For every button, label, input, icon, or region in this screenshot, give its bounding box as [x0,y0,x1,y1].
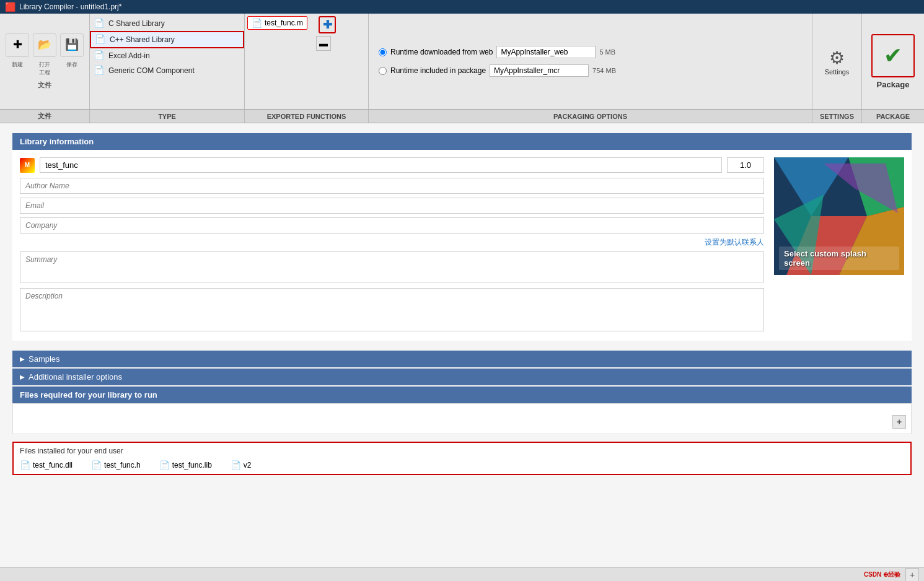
col-header-package: PACKAGE [862,110,924,123]
open-button[interactable]: 📂 [33,33,56,57]
bottom-add-icon: + [910,570,915,580]
column-headers: 文件 TYPE EXPORTED FUNCTIONS PACKAGING OPT… [0,110,924,123]
splash-panel: Select custom splash screen [774,157,904,333]
settings-panel: ⚙ Settings [812,14,862,109]
dll-file-name: test_func.dll [33,461,73,470]
settings-gear-icon: ⚙ [829,48,845,68]
cpp-shared-label: C++ Shared Library [110,35,175,44]
installer-web-name[interactable]: MyAppInstaller_web [496,46,596,58]
window-title: Library Compiler - untitled1.prj* [19,2,121,11]
type-item-cpp-shared[interactable]: 📄 C++ Shared Library [90,31,244,48]
package-button[interactable]: ✔ [871,34,915,77]
remove-function-icon: ▬ [319,38,328,48]
installed-file-dll: 📄 test_func.dll [20,460,73,470]
new-label: 新建 [6,61,29,77]
installer-package-size: 754 MB [592,67,616,74]
generic-com-label: Generic COM Component [108,66,195,75]
runtime-package-radio[interactable] [379,67,387,75]
file-section-label: 文件 [38,81,51,90]
runtime-package-option[interactable]: Runtime included in package MyAppInstall… [379,64,802,77]
settings-button-label: Settings [825,68,850,76]
samples-arrow: ▶ [20,356,25,362]
col-header-settings: SETTINGS [812,110,862,123]
file-labels: 新建 打开工程 保存 [6,61,84,77]
library-name-input[interactable] [40,157,722,173]
dll-file-icon: 📄 [20,460,30,470]
add-function-button[interactable]: ✚ [319,16,336,33]
runtime-package-label: Runtime included in package [390,66,486,75]
samples-header[interactable]: ▶ Samples [12,351,912,367]
exported-file-icon: 📄 [252,18,262,28]
installed-file-h: 📄 test_func.h [91,460,141,470]
additional-installer-section: ▶ Additional installer options [12,369,912,385]
files-installed-section: Files installed for your end user 📄 test… [12,442,912,475]
runtime-web-option[interactable]: Runtime downloaded from web MyAppInstall… [379,46,802,58]
splash-screen[interactable]: Select custom splash screen [774,157,904,275]
files-required-section: Files required for your library to run + [12,387,912,434]
type-item-excel[interactable]: 📄 Excel Add-in [90,48,244,63]
splash-label[interactable]: Select custom splash screen [779,247,899,270]
type-item-c-shared[interactable]: 📄 C Shared Library [90,16,244,31]
library-info-header: Library information [12,133,912,150]
files-required-content: + [12,403,912,434]
exported-file-tag[interactable]: 📄 test_func.m [247,16,307,30]
col-header-file: 文件 [0,110,90,123]
open-icon: 📂 [38,38,51,51]
company-input[interactable] [20,217,764,234]
add-required-file-button[interactable]: + [892,415,906,429]
installed-file-v2: 📄 v2 [231,460,252,470]
open-label: 打开工程 [33,61,56,77]
col-header-packaging: PACKAGING OPTIONS [369,110,812,123]
author-name-input[interactable] [20,178,764,194]
toolbar: ✚ 📂 💾 新建 打开工程 保存 文件 📄 C Shared Library 📄 [0,14,924,110]
library-version-input[interactable] [727,157,764,173]
cpp-shared-icon: 📄 [95,34,106,45]
bottom-add-button[interactable]: + [905,568,919,582]
exported-panel: 📄 test_func.m ✚ ▬ [245,14,369,109]
additional-installer-title: Additional installer options [29,372,122,382]
package-panel: ✔ Package [862,14,924,109]
col-header-exported: EXPORTED FUNCTIONS [245,110,369,123]
generic-com-icon: 📄 [94,65,105,76]
settings-button[interactable]: ⚙ Settings [822,46,853,77]
files-required-title: Files required for your library to run [20,390,157,400]
library-info-section: Library information M 设置为默认联系人 [12,133,912,341]
exported-row: 📄 test_func.m ✚ ▬ [247,16,366,51]
new-button[interactable]: ✚ [6,33,29,57]
library-info-content: M 设置为默认联系人 [12,150,912,341]
library-name-row: M [20,157,764,173]
excel-icon: 📄 [94,50,105,61]
bottom-logo: CSDN ⊕经验 [864,570,900,579]
exported-file-name: test_func.m [265,19,303,27]
main-content: Library information M 设置为默认联系人 [0,123,924,581]
excel-label: Excel Add-in [108,51,150,60]
c-shared-icon: 📄 [94,18,105,29]
additional-installer-header[interactable]: ▶ Additional installer options [12,369,912,385]
remove-function-button[interactable]: ▬ [316,36,331,51]
email-input[interactable] [20,198,764,214]
files-installed-list: 📄 test_func.dll 📄 test_func.h 📄 test_fun… [20,460,904,470]
description-textarea[interactable] [20,288,764,331]
package-button-label: Package [877,80,910,89]
type-item-generic-com[interactable]: 📄 Generic COM Component [90,63,244,78]
app-icon: 🟥 [5,2,15,12]
library-info-left: M 设置为默认联系人 [20,157,764,333]
installer-package-name[interactable]: MyAppInstaller_mcr [490,64,589,77]
additional-installer-arrow: ▶ [20,374,25,380]
save-icon: 💾 [65,38,79,51]
runtime-web-label: Runtime downloaded from web [390,48,493,56]
new-icon: ✚ [13,38,22,51]
col-header-type: TYPE [90,110,245,123]
runtime-web-radio[interactable] [379,48,387,56]
packaging-panel: Runtime downloaded from web MyAppInstall… [369,14,812,109]
matlab-icon: M [20,158,35,173]
save-button[interactable]: 💾 [60,33,84,57]
summary-textarea[interactable] [20,251,764,282]
set-default-link[interactable]: 设置为默认联系人 [20,237,764,248]
lib-file-name: test_func.lib [172,461,212,470]
package-check-icon: ✔ [884,43,902,69]
save-label: 保存 [60,61,84,77]
c-shared-label: C Shared Library [108,19,165,28]
lib-file-icon: 📄 [159,460,170,470]
v2-file-icon: 📄 [231,460,241,470]
